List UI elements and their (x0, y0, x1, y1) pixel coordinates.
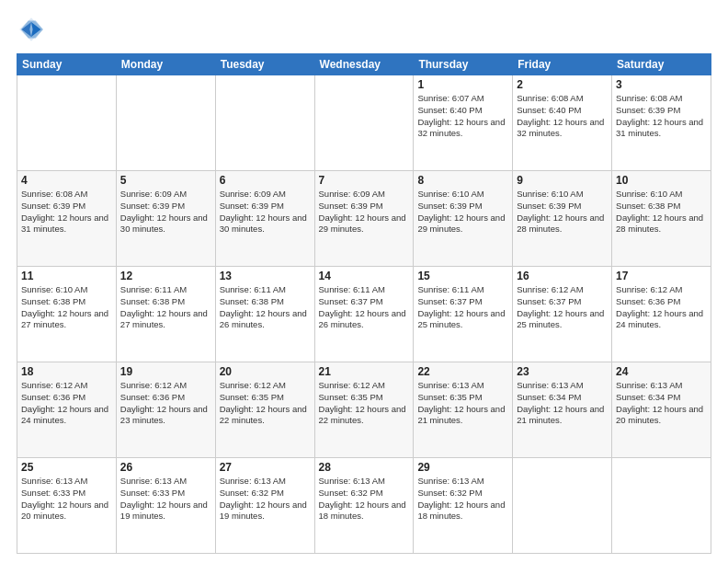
calendar-cell: 29Sunrise: 6:13 AM Sunset: 6:32 PM Dayli… (414, 458, 513, 554)
calendar-cell: 22Sunrise: 6:13 AM Sunset: 6:35 PM Dayli… (414, 362, 513, 458)
calendar-cell: 2Sunrise: 6:08 AM Sunset: 6:40 PM Daylig… (513, 75, 612, 171)
calendar-cell: 27Sunrise: 6:13 AM Sunset: 6:32 PM Dayli… (215, 458, 314, 554)
day-number: 26 (120, 461, 211, 474)
calendar-cell: 17Sunrise: 6:12 AM Sunset: 6:36 PM Dayli… (612, 267, 711, 362)
day-info: Sunrise: 6:10 AM Sunset: 6:39 PM Dayligh… (517, 189, 608, 236)
day-info: Sunrise: 6:13 AM Sunset: 6:32 PM Dayligh… (220, 476, 311, 523)
calendar-cell (17, 75, 117, 171)
day-number: 6 (220, 174, 311, 187)
col-tuesday: Tuesday (215, 54, 314, 75)
day-info: Sunrise: 6:13 AM Sunset: 6:33 PM Dayligh… (21, 476, 112, 523)
day-number: 5 (120, 174, 211, 187)
col-sunday: Sunday (17, 54, 117, 75)
day-number: 24 (616, 365, 707, 378)
day-info: Sunrise: 6:10 AM Sunset: 6:39 PM Dayligh… (417, 189, 508, 236)
calendar-cell: 3Sunrise: 6:08 AM Sunset: 6:39 PM Daylig… (612, 75, 711, 171)
day-info: Sunrise: 6:13 AM Sunset: 6:33 PM Dayligh… (120, 476, 211, 523)
day-number: 19 (120, 365, 211, 378)
day-info: Sunrise: 6:08 AM Sunset: 6:40 PM Dayligh… (517, 93, 608, 140)
day-number: 11 (21, 270, 112, 282)
calendar-cell: 11Sunrise: 6:10 AM Sunset: 6:38 PM Dayli… (17, 267, 117, 362)
calendar-cell: 15Sunrise: 6:11 AM Sunset: 6:37 PM Dayli… (414, 267, 513, 362)
day-number: 12 (120, 270, 211, 282)
calendar-cell: 28Sunrise: 6:13 AM Sunset: 6:32 PM Dayli… (314, 458, 414, 554)
day-info: Sunrise: 6:10 AM Sunset: 6:38 PM Dayligh… (616, 189, 707, 236)
calendar-cell: 20Sunrise: 6:12 AM Sunset: 6:35 PM Dayli… (215, 362, 314, 458)
calendar-week-row: 4Sunrise: 6:08 AM Sunset: 6:39 PM Daylig… (17, 171, 711, 267)
calendar-cell: 21Sunrise: 6:12 AM Sunset: 6:35 PM Dayli… (314, 362, 414, 458)
day-number: 28 (319, 461, 410, 474)
day-number: 3 (616, 78, 707, 91)
calendar-cell: 8Sunrise: 6:10 AM Sunset: 6:39 PM Daylig… (414, 171, 513, 267)
day-number: 1 (417, 78, 508, 91)
col-friday: Friday (513, 54, 612, 75)
day-info: Sunrise: 6:09 AM Sunset: 6:39 PM Dayligh… (120, 189, 211, 236)
calendar-week-row: 18Sunrise: 6:12 AM Sunset: 6:36 PM Dayli… (17, 362, 711, 458)
day-number: 27 (220, 461, 311, 474)
calendar-cell: 13Sunrise: 6:11 AM Sunset: 6:38 PM Dayli… (215, 267, 314, 362)
calendar-cell: 26Sunrise: 6:13 AM Sunset: 6:33 PM Dayli… (116, 458, 215, 554)
calendar-table: Sunday Monday Tuesday Wednesday Thursday… (17, 53, 711, 554)
day-info: Sunrise: 6:12 AM Sunset: 6:35 PM Dayligh… (319, 380, 410, 427)
calendar-cell: 23Sunrise: 6:13 AM Sunset: 6:34 PM Dayli… (513, 362, 612, 458)
calendar-cell (215, 75, 314, 171)
day-info: Sunrise: 6:12 AM Sunset: 6:35 PM Dayligh… (220, 380, 311, 427)
calendar-cell (513, 458, 612, 554)
day-info: Sunrise: 6:09 AM Sunset: 6:39 PM Dayligh… (220, 189, 311, 236)
day-info: Sunrise: 6:11 AM Sunset: 6:38 PM Dayligh… (120, 284, 211, 331)
day-info: Sunrise: 6:07 AM Sunset: 6:40 PM Dayligh… (417, 93, 508, 140)
col-saturday: Saturday (612, 54, 711, 75)
col-wednesday: Wednesday (314, 54, 414, 75)
day-number: 17 (616, 270, 707, 282)
calendar-cell: 16Sunrise: 6:12 AM Sunset: 6:37 PM Dayli… (513, 267, 612, 362)
day-info: Sunrise: 6:08 AM Sunset: 6:39 PM Dayligh… (21, 189, 112, 236)
day-number: 22 (417, 365, 508, 378)
calendar-cell: 9Sunrise: 6:10 AM Sunset: 6:39 PM Daylig… (513, 171, 612, 267)
day-info: Sunrise: 6:13 AM Sunset: 6:35 PM Dayligh… (417, 380, 508, 427)
calendar-cell (314, 75, 414, 171)
day-number: 20 (220, 365, 311, 378)
calendar-cell: 7Sunrise: 6:09 AM Sunset: 6:39 PM Daylig… (314, 171, 414, 267)
logo-icon (17, 15, 46, 44)
day-info: Sunrise: 6:11 AM Sunset: 6:37 PM Dayligh… (319, 284, 410, 331)
calendar-cell: 10Sunrise: 6:10 AM Sunset: 6:38 PM Dayli… (612, 171, 711, 267)
day-number: 15 (417, 270, 508, 282)
day-info: Sunrise: 6:11 AM Sunset: 6:38 PM Dayligh… (220, 284, 311, 331)
day-info: Sunrise: 6:13 AM Sunset: 6:34 PM Dayligh… (616, 380, 707, 427)
calendar-cell (612, 458, 711, 554)
calendar-cell: 5Sunrise: 6:09 AM Sunset: 6:39 PM Daylig… (116, 171, 215, 267)
calendar-cell: 1Sunrise: 6:07 AM Sunset: 6:40 PM Daylig… (414, 75, 513, 171)
day-info: Sunrise: 6:12 AM Sunset: 6:36 PM Dayligh… (120, 380, 211, 427)
calendar-cell: 19Sunrise: 6:12 AM Sunset: 6:36 PM Dayli… (116, 362, 215, 458)
day-info: Sunrise: 6:13 AM Sunset: 6:34 PM Dayligh… (517, 380, 608, 427)
day-info: Sunrise: 6:12 AM Sunset: 6:37 PM Dayligh… (517, 284, 608, 331)
day-number: 29 (417, 461, 508, 474)
day-number: 9 (517, 174, 608, 187)
day-number: 13 (220, 270, 311, 282)
calendar-header-row: Sunday Monday Tuesday Wednesday Thursday… (17, 54, 711, 75)
day-number: 16 (517, 270, 608, 282)
day-info: Sunrise: 6:09 AM Sunset: 6:39 PM Dayligh… (319, 189, 410, 236)
calendar-week-row: 1Sunrise: 6:07 AM Sunset: 6:40 PM Daylig… (17, 75, 711, 171)
day-info: Sunrise: 6:13 AM Sunset: 6:32 PM Dayligh… (319, 476, 410, 523)
calendar-cell: 24Sunrise: 6:13 AM Sunset: 6:34 PM Dayli… (612, 362, 711, 458)
calendar-cell: 14Sunrise: 6:11 AM Sunset: 6:37 PM Dayli… (314, 267, 414, 362)
calendar-cell: 25Sunrise: 6:13 AM Sunset: 6:33 PM Dayli… (17, 458, 117, 554)
day-info: Sunrise: 6:11 AM Sunset: 6:37 PM Dayligh… (417, 284, 508, 331)
calendar-cell: 18Sunrise: 6:12 AM Sunset: 6:36 PM Dayli… (17, 362, 117, 458)
day-number: 10 (616, 174, 707, 187)
calendar-week-row: 11Sunrise: 6:10 AM Sunset: 6:38 PM Dayli… (17, 267, 711, 362)
col-thursday: Thursday (414, 54, 513, 75)
day-info: Sunrise: 6:08 AM Sunset: 6:39 PM Dayligh… (616, 93, 707, 140)
calendar-cell: 4Sunrise: 6:08 AM Sunset: 6:39 PM Daylig… (17, 171, 117, 267)
day-number: 25 (21, 461, 112, 474)
day-info: Sunrise: 6:12 AM Sunset: 6:36 PM Dayligh… (616, 284, 707, 331)
day-number: 23 (517, 365, 608, 378)
logo (17, 15, 50, 44)
day-info: Sunrise: 6:13 AM Sunset: 6:32 PM Dayligh… (417, 476, 508, 523)
col-monday: Monday (116, 54, 215, 75)
day-info: Sunrise: 6:10 AM Sunset: 6:38 PM Dayligh… (21, 284, 112, 331)
day-number: 2 (517, 78, 608, 91)
calendar-week-row: 25Sunrise: 6:13 AM Sunset: 6:33 PM Dayli… (17, 458, 711, 554)
header (17, 15, 711, 44)
